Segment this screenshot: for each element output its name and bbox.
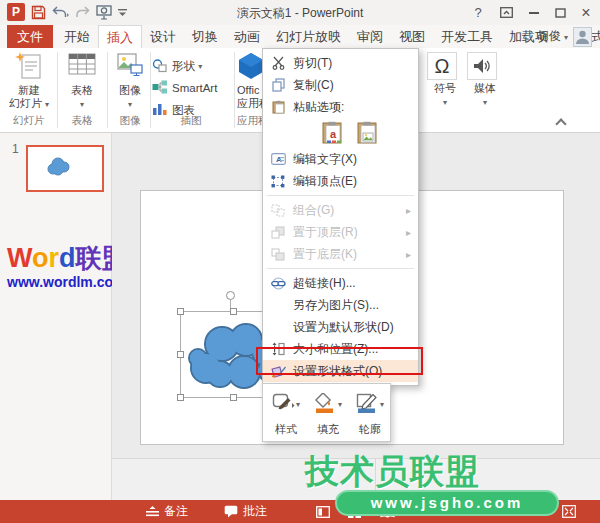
group-separator bbox=[234, 52, 235, 128]
edit-text-icon: A bbox=[263, 153, 293, 165]
word-logo-letter: r bbox=[49, 243, 60, 273]
smartart-button[interactable]: SmartArt bbox=[152, 78, 217, 98]
menu-item-label: 编辑顶点(E) bbox=[293, 173, 357, 190]
selection-handle[interactable] bbox=[230, 308, 237, 315]
thumbnail-cloud-shape bbox=[44, 157, 74, 177]
fit-slide-icon bbox=[562, 505, 576, 518]
menu-item-group: 组合(G) ▸ bbox=[263, 199, 418, 221]
menu-item-edit-text[interactable]: A 编辑文字(X) bbox=[263, 148, 418, 170]
symbol-button[interactable]: Ω 符号▾ bbox=[427, 52, 463, 109]
tab-developer[interactable]: 开发工具 bbox=[433, 25, 501, 48]
menu-item-hyperlink[interactable]: 超链接(H)... bbox=[263, 272, 418, 294]
ribbon-display-options-icon[interactable] bbox=[494, 0, 518, 25]
symbol-label: 符号 bbox=[434, 82, 456, 94]
selection-handle[interactable] bbox=[177, 394, 184, 401]
menu-item-label: 另存为图片(S)... bbox=[293, 297, 379, 314]
rotation-handle[interactable] bbox=[226, 291, 235, 300]
menu-item-label: 超链接(H)... bbox=[293, 275, 356, 292]
table-label: 表格 bbox=[71, 84, 93, 96]
tech-union-watermark: 技术员联盟 www.jsgho.com bbox=[305, 449, 480, 495]
svg-text:A: A bbox=[276, 155, 282, 164]
new-slide-label-1: 新建 bbox=[18, 84, 40, 96]
new-slide-icon bbox=[5, 52, 53, 82]
table-button[interactable]: 表格▾ bbox=[61, 52, 103, 111]
fit-to-window-button[interactable] bbox=[562, 500, 576, 523]
images-label: 图像 bbox=[119, 84, 141, 96]
smartart-icon bbox=[152, 80, 168, 96]
menu-item-label: 设置为默认形状(D) bbox=[293, 319, 394, 336]
user-menu[interactable]: 胡俊 ▾ bbox=[537, 25, 568, 48]
tech-union-url: www.jsgho.com bbox=[335, 490, 559, 516]
shape-style-button[interactable]: ▾ bbox=[267, 389, 305, 419]
paste-as-picture-button[interactable] bbox=[354, 120, 381, 147]
shapes-button[interactable]: 形状 ▾ bbox=[152, 56, 202, 76]
tab-home[interactable]: 开始 bbox=[56, 25, 98, 48]
menu-item-label: 组合(G) bbox=[293, 202, 334, 219]
shapes-icon bbox=[152, 58, 168, 75]
tab-transitions[interactable]: 切换 bbox=[184, 25, 226, 48]
word-logo-letter: W bbox=[7, 243, 32, 273]
shape-outline-button[interactable]: ▾ bbox=[351, 389, 389, 419]
avatar[interactable] bbox=[573, 27, 592, 47]
omega-icon: Ω bbox=[427, 52, 457, 80]
group-separator bbox=[107, 52, 108, 128]
group-label-tables: 表格 bbox=[61, 114, 103, 128]
menu-item-label: 复制(C) bbox=[293, 77, 334, 94]
restore-icon[interactable] bbox=[548, 0, 572, 25]
menu-item-save-as-picture[interactable]: 另存为图片(S)... bbox=[263, 294, 418, 316]
word-union-url: www.wordlm.com bbox=[7, 274, 126, 290]
shape-context-menu: 剪切(T) 复制(C) 粘贴选项: a A 编辑文字(X) bbox=[262, 48, 419, 386]
selection-handle[interactable] bbox=[177, 308, 184, 315]
normal-view-button[interactable] bbox=[316, 500, 330, 523]
tab-view[interactable]: 视图 bbox=[391, 25, 433, 48]
tabs: 开始 插入 设计 切换 动画 幻灯片放映 审阅 视图 开发工具 加载项 格式 bbox=[56, 25, 600, 48]
minimize-icon[interactable] bbox=[522, 0, 546, 25]
tab-insert[interactable]: 插入 bbox=[98, 25, 142, 48]
slide-thumbnail[interactable] bbox=[26, 145, 104, 192]
help-icon[interactable]: ? bbox=[466, 0, 490, 25]
fill-icon bbox=[314, 393, 338, 415]
images-button[interactable]: 图像▾ bbox=[110, 52, 150, 111]
tab-slideshow[interactable]: 幻灯片放映 bbox=[268, 25, 349, 48]
selection-handle[interactable] bbox=[230, 394, 237, 401]
media-button[interactable]: 媒体▾ bbox=[467, 52, 503, 109]
tab-file[interactable]: 文件 bbox=[7, 25, 53, 48]
dropdown-arrow-icon: ▾ bbox=[338, 400, 342, 409]
tab-design[interactable]: 设计 bbox=[142, 25, 184, 48]
new-slide-label-2: 幻灯片 bbox=[9, 97, 42, 109]
menu-item-edit-points[interactable]: 编辑顶点(E) bbox=[263, 170, 418, 192]
submenu-arrow-icon: ▸ bbox=[406, 205, 411, 216]
menu-item-copy[interactable]: 复制(C) bbox=[263, 74, 418, 96]
menu-item-label: 置于底层(K) bbox=[293, 246, 357, 263]
shape-fill-button[interactable]: ▾ bbox=[309, 389, 347, 419]
menu-item-cut[interactable]: 剪切(T) bbox=[263, 52, 418, 74]
user-name-label: 胡俊 bbox=[537, 29, 561, 43]
collapse-ribbon-icon[interactable] bbox=[555, 118, 566, 129]
outline-label: 轮廓 bbox=[351, 422, 389, 437]
submenu-arrow-icon: ▸ bbox=[406, 227, 411, 238]
menu-item-label: 粘贴选项: bbox=[293, 99, 344, 116]
powerpoint-window: P 演示文稿1 - PowerPoint ? × bbox=[0, 0, 600, 523]
notes-toggle[interactable]: 备注 bbox=[146, 500, 188, 523]
selection-handle[interactable] bbox=[177, 351, 184, 358]
comments-icon bbox=[224, 505, 238, 518]
shapes-label: 形状 bbox=[172, 59, 195, 74]
tab-animations[interactable]: 动画 bbox=[226, 25, 268, 48]
notes-label: 备注 bbox=[164, 503, 188, 520]
menu-item-paste-options: 粘贴选项: bbox=[263, 96, 418, 118]
annotation-box bbox=[256, 347, 423, 375]
ribbon-tab-row: 文件 开始 插入 设计 切换 动画 幻灯片放映 审阅 视图 开发工具 加载项 格… bbox=[0, 25, 600, 48]
menu-item-label: 剪切(T) bbox=[293, 55, 332, 72]
comments-toggle[interactable]: 批注 bbox=[224, 500, 267, 523]
edit-points-icon bbox=[263, 175, 293, 188]
close-icon[interactable]: × bbox=[574, 0, 598, 25]
table-icon bbox=[61, 52, 103, 82]
paste-keep-formatting-button[interactable]: a bbox=[319, 120, 346, 147]
tab-review[interactable]: 审阅 bbox=[349, 25, 391, 48]
copy-icon bbox=[263, 78, 293, 92]
paste-options-row: a bbox=[263, 118, 418, 148]
menu-item-set-default-shape[interactable]: 设置为默认形状(D) bbox=[263, 316, 418, 338]
new-slide-button[interactable]: 新建 幻灯片 ▾ bbox=[5, 52, 53, 111]
slide-number: 1 bbox=[12, 142, 19, 156]
office-apps-label-1: Offic bbox=[237, 84, 259, 96]
